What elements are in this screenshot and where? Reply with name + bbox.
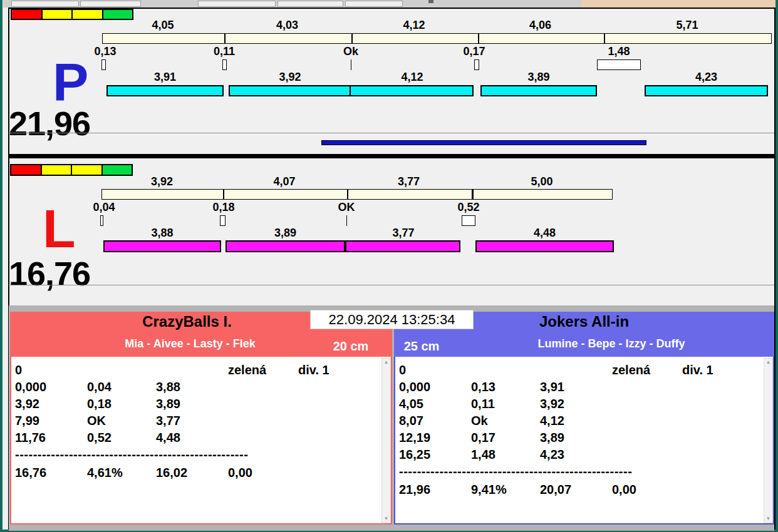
light-yellow xyxy=(43,10,72,19)
lane-p-dog-bar xyxy=(480,85,597,96)
lane-l-subrow-line xyxy=(9,285,774,285)
light-green xyxy=(103,10,133,19)
lane-p-dog-label: 3,92 xyxy=(229,71,351,83)
sheet-row: 7,99OK3,77 xyxy=(15,414,228,427)
lane-p-dog-bar xyxy=(106,85,224,96)
team-right-scrollbar[interactable]: ▲ ▼ xyxy=(764,358,773,523)
scroll-up-icon[interactable]: ▲ xyxy=(384,359,389,366)
sheet-separator: ----------------------------------------… xyxy=(15,448,248,461)
lane-p-dog-label: 4,23 xyxy=(645,71,768,83)
scroll-up-icon[interactable]: ▲ xyxy=(766,359,771,366)
toolbar-segment[interactable] xyxy=(11,1,79,7)
team-right-lineup: Lumine - Bepe - Izzy - Duffy xyxy=(451,337,772,350)
sheet-cell: 3,88 xyxy=(156,380,228,394)
lane-p-dog-bar xyxy=(645,85,768,96)
lane-l-dog-label: 3,89 xyxy=(226,227,345,239)
sheet-row: 8,07Ok4,12 xyxy=(399,414,612,427)
split-divider xyxy=(478,34,479,43)
lane-p-dog-label: 3,89 xyxy=(480,71,597,83)
sheet-cell: 16,25 xyxy=(399,448,471,461)
team-right-size-class: 25 cm xyxy=(384,339,459,353)
lane-l-dog-bar xyxy=(475,240,614,252)
lane-p-start-lights xyxy=(11,9,133,20)
toolbar-segment[interactable] xyxy=(345,1,403,7)
toolbar-segment[interactable] xyxy=(198,1,276,7)
sheet-cell: 0,000 xyxy=(15,380,87,394)
team-left-size-class: 20 cm xyxy=(313,339,388,353)
lane-l-split-bar xyxy=(101,189,613,200)
sheet-cell: 0,52 xyxy=(87,431,156,444)
sheet-cell: 4,12 xyxy=(540,414,612,427)
lane-p-split-label: 4,12 xyxy=(351,19,477,31)
lane-l-crossing-label: 0,52 xyxy=(447,202,490,213)
toolbar-notch-icon xyxy=(428,0,433,3)
team-left-scrollbar[interactable]: ▲ ▼ xyxy=(381,358,391,523)
sheet-cell: 3,77 xyxy=(156,414,228,427)
sheet-cell: 0,11 xyxy=(471,397,540,411)
split-divider xyxy=(223,190,224,199)
lane-l-crossing-label: 0,18 xyxy=(202,202,246,213)
lane-p-dog-bar xyxy=(350,85,474,96)
sheet-row: 0zelenádiv. 1 xyxy=(399,363,713,377)
lane-p-crossing-label: 0,11 xyxy=(202,46,246,58)
crossing-marker xyxy=(474,59,479,70)
crossing-marker xyxy=(101,59,106,70)
crossing-marker xyxy=(220,215,226,226)
sheet-cell: 3,91 xyxy=(540,380,612,394)
window-edge-right xyxy=(775,0,778,532)
sheet-separator: ----------------------------------------… xyxy=(399,464,632,478)
sheet-row: 0,0000,133,91 xyxy=(399,380,612,394)
crossing-marker xyxy=(222,59,227,70)
lane-l-start-lights xyxy=(10,164,133,176)
lane-p-split-label: 4,03 xyxy=(224,19,351,31)
lane-l-split-label: 3,92 xyxy=(101,176,222,188)
window-edge-left xyxy=(0,0,3,532)
light-yellow xyxy=(73,10,102,19)
sheet-cell: 3,89 xyxy=(156,397,228,411)
lane-l-split-label: 5,00 xyxy=(471,176,613,188)
sheet-cell: 11,76 xyxy=(15,431,87,444)
lane-l-crossing-label: OK xyxy=(324,202,368,213)
sheet-row: 16,251,484,23 xyxy=(399,448,612,461)
light-green xyxy=(103,165,132,175)
sheet-cell: 4,23 xyxy=(540,448,612,461)
sheet-cell: 0,000 xyxy=(399,380,471,394)
sheet-row: 11,760,524,48 xyxy=(15,431,228,444)
lane-p-split-label: 4,05 xyxy=(102,19,224,31)
lane-l-crossing-label: 0,04 xyxy=(82,202,126,213)
lane-l-split-label: 3,77 xyxy=(346,176,471,188)
lane-p-dog-bar xyxy=(229,85,351,96)
lane-l-label: L xyxy=(43,202,76,255)
lane-p-label: P xyxy=(53,55,88,109)
sheet-cell: 0 xyxy=(15,363,228,377)
timestamp: 22.09.2024 13:25:34 xyxy=(329,312,455,327)
sheet-total-cell: 16,76 xyxy=(15,466,87,479)
lane-p-total-time: 21,96 xyxy=(9,106,90,140)
sheet-total-cell: 20,07 xyxy=(540,483,612,496)
sheet-total-row: 16,764,61%16,020,00 xyxy=(15,466,252,479)
sheet-cell: 0,04 xyxy=(87,380,156,394)
light-red xyxy=(11,165,41,175)
sheet-cell: 7,99 xyxy=(15,414,87,427)
scroll-down-icon[interactable]: ▼ xyxy=(384,515,389,523)
split-divider xyxy=(347,190,348,199)
toolbar-segment[interactable] xyxy=(277,1,343,7)
timestamp-box: 22.09.2024 13:25:34 xyxy=(310,310,474,329)
lane-l-dog-label: 3,88 xyxy=(103,227,221,239)
sheet-cell: 0,18 xyxy=(87,397,156,411)
lane-l-dog-bar xyxy=(103,240,221,252)
sheet-cell: 4,48 xyxy=(156,431,228,444)
lane-p-dog-label: 4,12 xyxy=(351,71,474,83)
sheet-total-cell: 0,00 xyxy=(612,483,636,496)
sheet-cell: zelená xyxy=(612,363,682,377)
lane-l-dog-bar xyxy=(226,240,345,252)
sheet-cell: div. 1 xyxy=(682,363,713,377)
sheet-cell: 4,05 xyxy=(399,397,471,411)
crossing-marker xyxy=(100,215,103,226)
scroll-down-icon[interactable]: ▼ xyxy=(766,515,771,523)
toolbar-segment[interactable] xyxy=(80,1,141,7)
sheet-cell: 12,19 xyxy=(399,431,471,444)
lane-p-split-label: 5,71 xyxy=(603,19,771,31)
lane-p-dog-label: 3,91 xyxy=(106,71,224,83)
lane-p-crossing-label: 1,48 xyxy=(597,46,641,58)
